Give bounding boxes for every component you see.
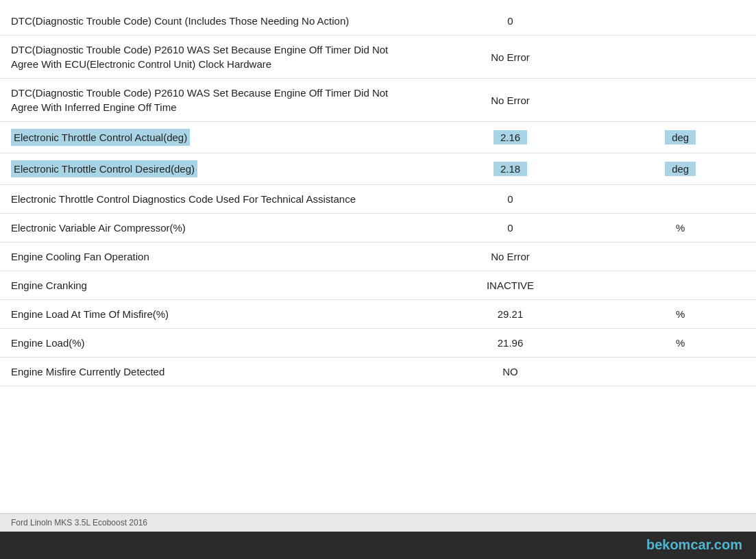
row-unit-engine-load-misfire: % <box>605 300 756 329</box>
row-value-engine-cranking: INACTIVE <box>416 271 605 300</box>
table-row: Electronic Throttle Control Desired(deg)… <box>0 153 756 185</box>
brand-text: bekomcar.com <box>646 537 742 552</box>
main-content: DTC(Diagnostic Trouble Code) Count (Incl… <box>0 0 756 521</box>
row-label-engine-cranking: Engine Cranking <box>0 271 416 300</box>
row-label-engine-load: Engine Load(%) <box>0 329 416 358</box>
row-label-engine-load-misfire: Engine Load At Time Of Misfire(%) <box>0 300 416 329</box>
row-unit-dtc-p2610-clock <box>605 36 756 79</box>
row-unit-dtc-p2610-inferred <box>605 79 756 122</box>
row-label-dtc-p2610-clock: DTC(Diagnostic Trouble Code) P2610 WAS S… <box>0 36 416 79</box>
row-value-engine-load-misfire: 29.21 <box>416 300 605 329</box>
table-row: Engine Load(%)21.96% <box>0 329 756 358</box>
row-unit-evac: % <box>605 214 756 243</box>
table-row: Electronic Throttle Control Actual(deg)2… <box>0 122 756 153</box>
row-value-engine-cooling-fan: No Error <box>416 243 605 271</box>
row-unit-dtc-count <box>605 7 756 36</box>
row-value-evac: 0 <box>416 214 605 243</box>
row-value-dtc-p2610-clock: No Error <box>416 36 605 79</box>
row-label-etc-actual: Electronic Throttle Control Actual(deg) <box>0 122 416 153</box>
data-table: DTC(Diagnostic Trouble Code) Count (Incl… <box>0 7 756 386</box>
row-label-engine-cooling-fan: Engine Cooling Fan Operation <box>0 243 416 271</box>
row-label-etc-diagnostics: Electronic Throttle Control Diagnostics … <box>0 185 416 214</box>
row-label-dtc-count: DTC(Diagnostic Trouble Code) Count (Incl… <box>0 7 416 36</box>
row-value-engine-load: 21.96 <box>416 329 605 358</box>
row-unit-engine-cooling-fan <box>605 243 756 271</box>
table-row: DTC(Diagnostic Trouble Code) Count (Incl… <box>0 7 756 36</box>
row-label-etc-desired: Electronic Throttle Control Desired(deg) <box>0 153 416 185</box>
row-value-engine-misfire: NO <box>416 358 605 386</box>
brand-bar: bekomcar.com <box>0 532 756 559</box>
row-value-etc-diagnostics: 0 <box>416 185 605 214</box>
row-label-engine-misfire: Engine Misfire Currently Detected <box>0 358 416 386</box>
vehicle-label: Ford Linoln MKS 3.5L Ecoboost 2016 <box>11 518 147 527</box>
row-unit-engine-cranking <box>605 271 756 300</box>
row-value-etc-desired: 2.18 <box>416 153 605 185</box>
table-row: Engine CrankingINACTIVE <box>0 271 756 300</box>
row-label-evac: Electronic Variable Air Compressor(%) <box>0 214 416 243</box>
row-value-dtc-count: 0 <box>416 7 605 36</box>
row-value-dtc-p2610-inferred: No Error <box>416 79 605 122</box>
table-row: Electronic Variable Air Compressor(%)0% <box>0 214 756 243</box>
row-label-dtc-p2610-inferred: DTC(Diagnostic Trouble Code) P2610 WAS S… <box>0 79 416 122</box>
row-unit-etc-actual: deg <box>605 122 756 153</box>
table-row: Engine Misfire Currently DetectedNO <box>0 358 756 386</box>
table-row: Engine Load At Time Of Misfire(%)29.21% <box>0 300 756 329</box>
table-row: DTC(Diagnostic Trouble Code) P2610 WAS S… <box>0 79 756 122</box>
table-row: DTC(Diagnostic Trouble Code) P2610 WAS S… <box>0 36 756 79</box>
table-row: Engine Cooling Fan OperationNo Error <box>0 243 756 271</box>
row-unit-engine-misfire <box>605 358 756 386</box>
row-value-etc-actual: 2.16 <box>416 122 605 153</box>
row-unit-engine-load: % <box>605 329 756 358</box>
row-unit-etc-diagnostics <box>605 185 756 214</box>
footer-bar: Ford Linoln MKS 3.5L Ecoboost 2016 <box>0 513 756 532</box>
row-unit-etc-desired: deg <box>605 153 756 185</box>
table-row: Electronic Throttle Control Diagnostics … <box>0 185 756 214</box>
